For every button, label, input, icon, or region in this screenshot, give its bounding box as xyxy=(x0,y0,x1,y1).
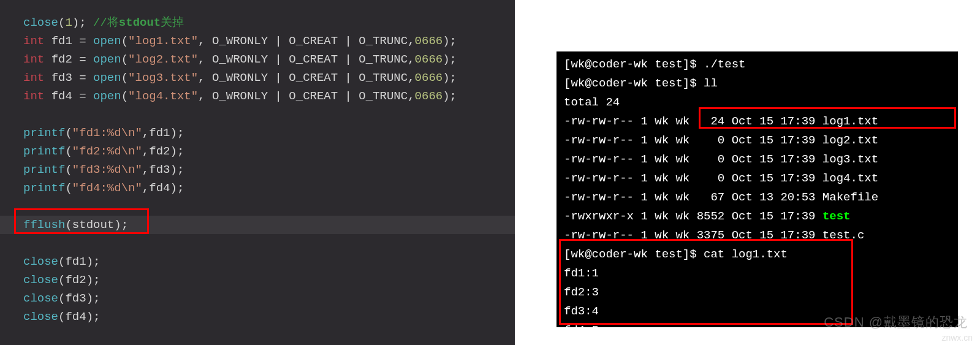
code-line: printf("fd4:%d\n",fd4); xyxy=(23,179,515,197)
ls-row: -rw-rw-r-- 1 wk wk 24 Oct 15 17:39 log1.… xyxy=(564,112,958,131)
cat-output-line: fd2:3 xyxy=(564,283,958,302)
ls-row: -rw-rw-r-- 1 wk wk 0 Oct 15 17:39 log2.t… xyxy=(564,131,958,150)
code-line: int fd3 = open("log3.txt", O_WRONLY | O_… xyxy=(23,69,515,87)
blank-line xyxy=(23,234,515,252)
code-line: close(fd3); xyxy=(23,289,515,308)
code-line: int fd4 = open("log4.txt", O_WRONLY | O_… xyxy=(23,87,515,105)
code-line: printf("fd3:%d\n",fd3); xyxy=(23,161,515,179)
code-line: close(fd1); xyxy=(23,252,515,271)
ls-row: -rw-rw-r-- 1 wk wk 0 Oct 15 17:39 log4.t… xyxy=(564,169,958,188)
watermark-small: znwx.cn xyxy=(941,333,973,343)
highlighted-line: fflush(stdout); xyxy=(0,216,515,234)
ls-row: -rw-rw-r-- 1 wk wk 67 Oct 13 20:53 Makef… xyxy=(564,188,958,207)
term-line: [wk@coder-wk test]$ ./test xyxy=(564,55,958,74)
blank-line xyxy=(23,197,515,216)
code-line: int fd2 = open("log2.txt", O_WRONLY | O_… xyxy=(23,50,515,69)
code-line: printf("fd1:%d\n",fd1); xyxy=(23,124,515,142)
code-line: close(fd4); xyxy=(23,308,515,326)
term-line: [wk@coder-wk test]$ ll xyxy=(564,74,958,93)
code-line: close(fd2); xyxy=(23,271,515,289)
code-line: int fd1 = open("log1.txt", O_WRONLY | O_… xyxy=(23,32,515,50)
blank-line xyxy=(23,105,515,124)
ls-row: -rw-rw-r-- 1 wk wk 0 Oct 15 17:39 log3.t… xyxy=(564,150,958,169)
terminal-pane[interactable]: [wk@coder-wk test]$ ./test [wk@coder-wk … xyxy=(556,51,958,327)
cat-output-line: fd1:1 xyxy=(564,264,958,283)
ls-row: -rw-rw-r-- 1 wk wk 3375 Oct 15 17:39 tes… xyxy=(564,226,958,245)
term-total: total 24 xyxy=(564,93,958,112)
cat-output-line: fd3:4 xyxy=(564,302,958,321)
code-line: close(1); //将stdout关掉 xyxy=(23,13,515,32)
code-line: printf("fd2:%d\n",fd2); xyxy=(23,142,515,161)
ls-row: -rwxrwxr-x 1 wk wk 8552 Oct 15 17:39 tes… xyxy=(564,207,958,226)
fn-close: close xyxy=(23,16,58,29)
fn-fflush: fflush xyxy=(23,218,65,232)
term-line: [wk@coder-wk test]$ cat log1.txt xyxy=(564,245,958,264)
comment: //将stdout关掉 xyxy=(93,16,184,29)
code-editor-pane[interactable]: close(1); //将stdout关掉 int fd1 = open("lo… xyxy=(0,0,515,345)
cat-output-line: fd4:5 xyxy=(564,321,958,327)
